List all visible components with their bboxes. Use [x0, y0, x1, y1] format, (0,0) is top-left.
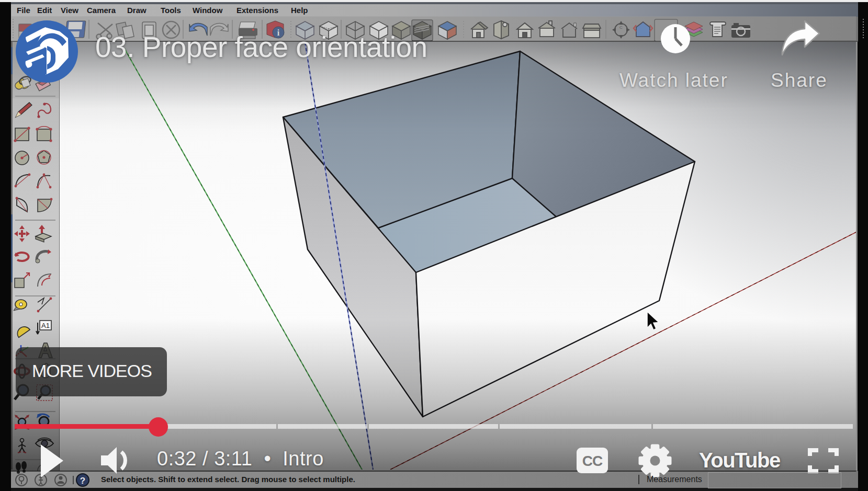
svg-text:CC: CC: [582, 453, 603, 469]
